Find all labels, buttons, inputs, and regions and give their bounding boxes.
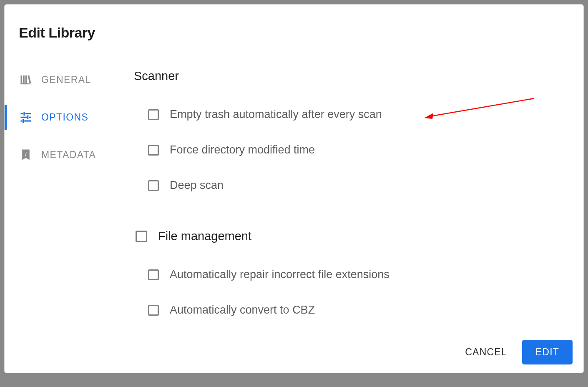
- checkbox-label: Deep scan: [170, 179, 224, 192]
- svg-rect-3: [21, 83, 30, 84]
- checkbox-label: Automatically convert to CBZ: [170, 304, 315, 317]
- checkbox[interactable]: [136, 231, 147, 242]
- svg-rect-11: [24, 121, 31, 122]
- checkbox-label: Automatically repair incorrect file exte…: [170, 268, 389, 281]
- cancel-button[interactable]: CANCEL: [456, 340, 516, 364]
- checkbox[interactable]: [148, 269, 159, 280]
- checkbox-label: Force directory modified time: [170, 143, 315, 156]
- option-auto-convert-cbz[interactable]: Automatically convert to CBZ: [148, 304, 567, 317]
- option-auto-repair-extensions[interactable]: Automatically repair incorrect file exte…: [148, 268, 567, 281]
- svg-rect-0: [21, 75, 23, 84]
- sidebar-item-general[interactable]: GENERAL: [5, 67, 113, 92]
- svg-rect-5: [25, 113, 31, 114]
- checkbox[interactable]: [148, 145, 159, 156]
- option-deep-scan[interactable]: Deep scan: [148, 179, 567, 192]
- svg-rect-4: [21, 113, 23, 114]
- sidebar-item-label: OPTIONS: [41, 112, 88, 123]
- dialog-content: Scanner Empty trash automatically after …: [134, 69, 567, 339]
- option-file-management-enable[interactable]: File management: [136, 229, 567, 243]
- library-icon: [20, 73, 32, 86]
- svg-rect-10: [21, 121, 23, 122]
- svg-rect-6: [23, 112, 25, 116]
- section-heading-label: File management: [158, 229, 251, 243]
- sidebar-item-options[interactable]: OPTIONS: [5, 105, 113, 130]
- section-heading-scanner: Scanner: [134, 69, 567, 83]
- checkbox[interactable]: [148, 305, 159, 316]
- sliders-icon: [20, 111, 32, 123]
- dialog-sidebar: GENERAL OPTIONS i METADATA: [5, 67, 113, 180]
- edit-library-dialog: Edit Library GENERAL: [4, 4, 584, 373]
- svg-rect-9: [27, 116, 28, 119]
- checkbox[interactable]: [148, 109, 159, 120]
- dialog-actions: CANCEL EDIT: [456, 340, 573, 364]
- svg-rect-8: [29, 117, 31, 118]
- sidebar-item-metadata[interactable]: i METADATA: [5, 142, 113, 167]
- svg-rect-2: [25, 75, 27, 84]
- edit-button[interactable]: EDIT: [522, 340, 573, 364]
- option-force-directory-mtime[interactable]: Force directory modified time: [148, 143, 567, 156]
- bookmark-info-icon: i: [20, 148, 32, 161]
- sidebar-item-label: GENERAL: [41, 74, 91, 85]
- checkbox[interactable]: [148, 180, 159, 191]
- section-file-management: File management Automatically repair inc…: [134, 229, 567, 317]
- svg-rect-1: [23, 75, 25, 84]
- checkbox-label: Empty trash automatically after every sc…: [170, 108, 382, 121]
- option-empty-trash[interactable]: Empty trash automatically after every sc…: [148, 108, 567, 121]
- svg-rect-12: [23, 119, 24, 123]
- sidebar-item-label: METADATA: [41, 149, 96, 161]
- svg-text:i: i: [25, 151, 27, 158]
- svg-rect-7: [21, 117, 27, 118]
- dialog-title: Edit Library: [19, 25, 95, 41]
